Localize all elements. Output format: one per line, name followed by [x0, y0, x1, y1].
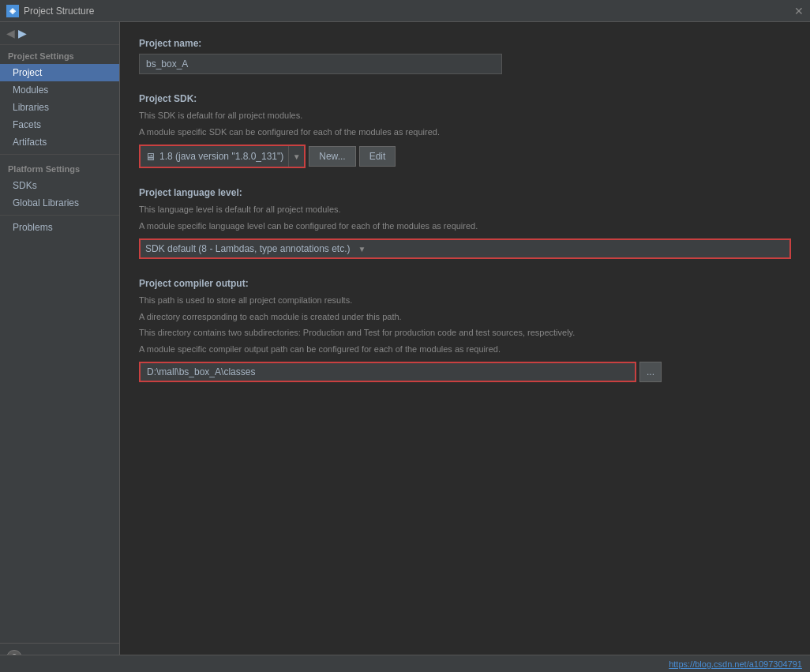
project-name-section: Project name: — [139, 38, 791, 74]
new-sdk-button[interactable]: New... — [309, 146, 355, 167]
compiler-desc-4: A module specific compiler output path c… — [139, 343, 791, 356]
sdk-dropdown-container[interactable]: 🖥 1.8 (java version "1.8.0_131") ▼ — [139, 145, 306, 168]
app-icon: ◈ — [6, 5, 19, 17]
forward-arrow[interactable]: ▶ — [18, 27, 27, 39]
compiler-output-section: Project compiler output: This path is us… — [139, 278, 791, 382]
lang-desc-1: This language level is default for all p… — [139, 203, 791, 216]
lang-desc-2: A module specific language level can be … — [139, 220, 791, 233]
platform-settings-label: Platform Settings — [0, 158, 119, 177]
compiler-output-label: Project compiler output: — [139, 278, 791, 289]
edit-sdk-button[interactable]: Edit — [359, 146, 396, 167]
project-name-label: Project name: — [139, 38, 791, 49]
language-level-section: Project language level: This language le… — [139, 187, 791, 259]
sidebar-item-problems[interactable]: Problems — [0, 219, 119, 236]
lang-dropdown-arrow-icon: ▼ — [358, 245, 366, 253]
sdk-desc-1: This SDK is default for all project modu… — [139, 109, 791, 122]
sdk-value: 1.8 (java version "1.8.0_131") — [159, 151, 283, 162]
back-arrow[interactable]: ◀ — [6, 27, 15, 39]
browse-button[interactable]: ... — [639, 362, 662, 382]
main-container: ◀ ▶ Project Settings Project Modules Lib… — [0, 22, 810, 672]
sidebar-item-modules[interactable]: Modules — [0, 81, 119, 99]
sidebar-item-artifacts[interactable]: Artifacts — [0, 133, 119, 151]
sidebar-item-project[interactable]: Project — [0, 64, 119, 81]
language-level-dropdown[interactable]: SDK default (8 - Lambdas, type annotatio… — [139, 238, 791, 259]
sidebar-item-facets[interactable]: Facets — [0, 116, 119, 133]
sdk-desc-2: A module specific SDK can be configured … — [139, 126, 791, 139]
sidebar-item-sdks[interactable]: SDKs — [0, 177, 119, 194]
language-level-label: Project language level: — [139, 187, 791, 198]
sidebar: ◀ ▶ Project Settings Project Modules Lib… — [0, 22, 120, 672]
content-area: Project name: Project SDK: This SDK is d… — [120, 22, 810, 672]
sidebar-item-global-libraries[interactable]: Global Libraries — [0, 194, 119, 212]
sdk-row: 🖥 1.8 (java version "1.8.0_131") ▼ New..… — [139, 145, 791, 168]
title-bar-text: Project Structure — [24, 6, 94, 17]
compiler-output-row: ... — [139, 362, 791, 382]
sidebar-divider — [0, 154, 119, 155]
compiler-desc-2: A directory corresponding to each module… — [139, 310, 791, 324]
status-bar: https://blog.csdn.net/a1097304791 — [0, 655, 810, 672]
title-bar-left: ◈ Project Structure — [6, 5, 94, 17]
sdk-dropdown-arrow[interactable]: ▼ — [288, 146, 304, 167]
compiler-path-input[interactable] — [139, 362, 636, 382]
sidebar-item-libraries[interactable]: Libraries — [0, 99, 119, 116]
status-bar-url[interactable]: https://blog.csdn.net/a1097304791 — [669, 659, 802, 669]
project-settings-label: Project Settings — [0, 45, 119, 64]
project-sdk-section: Project SDK: This SDK is default for all… — [139, 93, 791, 168]
lang-dropdown-value: SDK default (8 - Lambdas, type annotatio… — [145, 243, 350, 254]
compiler-desc-3: This directory contains two subdirectori… — [139, 326, 791, 340]
sdk-monitor-icon: 🖥 — [145, 151, 156, 163]
title-bar: ◈ Project Structure ✕ — [0, 0, 810, 22]
sdk-dropdown-inner: 🖥 1.8 (java version "1.8.0_131") — [141, 146, 288, 167]
close-button[interactable]: ✕ — [794, 6, 804, 17]
sidebar-divider-2 — [0, 215, 119, 216]
nav-arrows: ◀ ▶ — [0, 22, 119, 45]
project-name-input[interactable] — [139, 54, 502, 74]
compiler-desc-1: This path is used to store all project c… — [139, 294, 791, 307]
project-sdk-label: Project SDK: — [139, 93, 791, 104]
